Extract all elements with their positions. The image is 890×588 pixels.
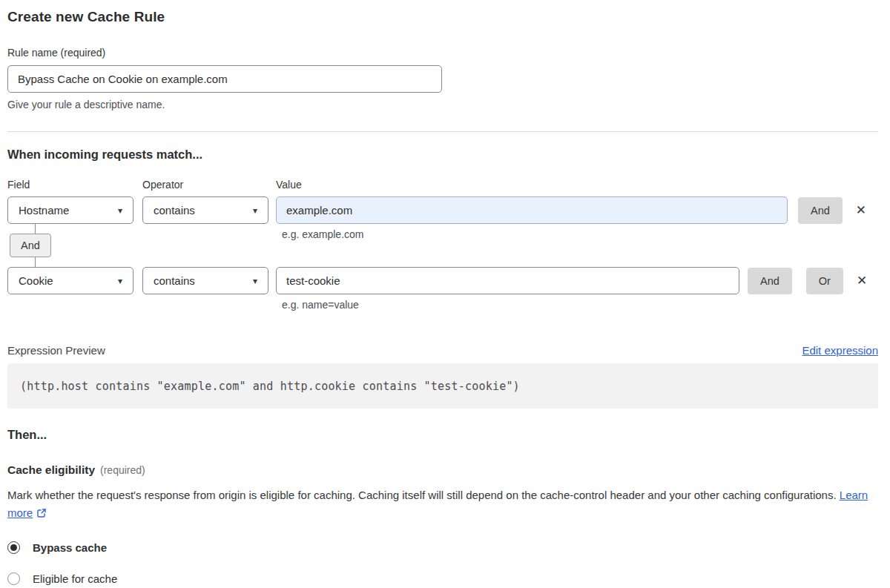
operator-column-label: Operator xyxy=(142,179,276,191)
chevron-down-icon: ▾ xyxy=(118,205,122,216)
remove-condition-icon-1[interactable]: ✕ xyxy=(856,204,866,217)
value-input-1[interactable] xyxy=(276,196,788,224)
radio-option-bypass-cache[interactable]: Bypass cache xyxy=(7,541,878,554)
radio-label-eligible-for-cache: Eligible for cache xyxy=(33,572,117,585)
connector-line xyxy=(35,257,36,267)
cache-eligibility-title: Cache eligibility xyxy=(7,463,95,477)
chevron-down-icon: ▾ xyxy=(118,276,122,286)
operator-select-1[interactable]: contains ▾ xyxy=(142,196,268,224)
cache-eligibility-title-row: Cache eligibility (required) xyxy=(7,463,878,477)
field-select-2[interactable]: Cookie ▾ xyxy=(7,267,134,294)
operator-select-2[interactable]: contains ▾ xyxy=(142,267,268,294)
expression-code-block: (http.host contains "example.com" and ht… xyxy=(7,363,878,409)
condition-column-labels: Field Operator Value xyxy=(7,179,878,191)
remove-condition-icon-2[interactable]: ✕ xyxy=(857,274,867,287)
chevron-down-icon: ▾ xyxy=(253,205,257,216)
operator-select-1-value: contains xyxy=(154,204,195,217)
page-title: Create new Cache Rule xyxy=(7,9,878,25)
field-select-1[interactable]: Hostname ▾ xyxy=(7,196,134,224)
connector-and-button[interactable]: And xyxy=(10,234,51,257)
condition-row-1: Hostname ▾ contains ▾ And ✕ xyxy=(7,196,878,224)
value-hint-2: e.g. name=value xyxy=(282,299,878,311)
then-heading: Then... xyxy=(7,428,878,442)
connector-line xyxy=(35,224,36,234)
condition-connector-area: And e.g. example.com xyxy=(7,224,878,267)
or-condition-button-2[interactable]: Or xyxy=(806,268,843,294)
and-condition-button-2[interactable]: And xyxy=(748,268,792,294)
radio-label-bypass-cache: Bypass cache xyxy=(33,541,107,554)
value-column-label: Value xyxy=(276,179,302,191)
edit-expression-link[interactable]: Edit expression xyxy=(802,344,878,357)
section-divider xyxy=(7,131,878,132)
expression-preview-label: Expression Preview xyxy=(7,344,105,357)
radio-selected-icon[interactable] xyxy=(7,541,20,554)
cache-eligibility-description-text: Mark whether the request's response from… xyxy=(7,489,837,501)
match-heading: When incoming requests match... xyxy=(7,148,878,162)
rule-name-label: Rule name (required) xyxy=(7,47,878,59)
cache-eligibility-description: Mark whether the request's response from… xyxy=(7,486,878,523)
radio-option-eligible-for-cache[interactable]: Eligible for cache xyxy=(7,572,878,585)
field-column-label: Field xyxy=(7,179,142,191)
expression-code-text: (http.host contains "example.com" and ht… xyxy=(20,380,520,393)
value-hint-1: e.g. example.com xyxy=(282,228,364,240)
operator-select-2-value: contains xyxy=(154,274,195,287)
create-cache-rule-page: Create new Cache Rule Rule name (require… xyxy=(0,0,890,585)
external-link-icon xyxy=(36,506,47,523)
cache-eligibility-required-tag: (required) xyxy=(100,464,145,476)
and-condition-button-1[interactable]: And xyxy=(798,197,843,224)
chevron-down-icon: ▾ xyxy=(253,276,257,286)
value-input-2[interactable] xyxy=(276,267,739,294)
expression-preview-header: Expression Preview Edit expression xyxy=(7,344,878,357)
radio-unselected-icon[interactable] xyxy=(7,572,20,585)
rule-name-input[interactable] xyxy=(7,65,442,93)
field-select-2-value: Cookie xyxy=(19,274,53,287)
field-select-1-value: Hostname xyxy=(19,204,69,217)
condition-row-2: Cookie ▾ contains ▾ And Or ✕ xyxy=(7,267,878,294)
rule-name-help: Give your rule a descriptive name. xyxy=(7,99,878,110)
